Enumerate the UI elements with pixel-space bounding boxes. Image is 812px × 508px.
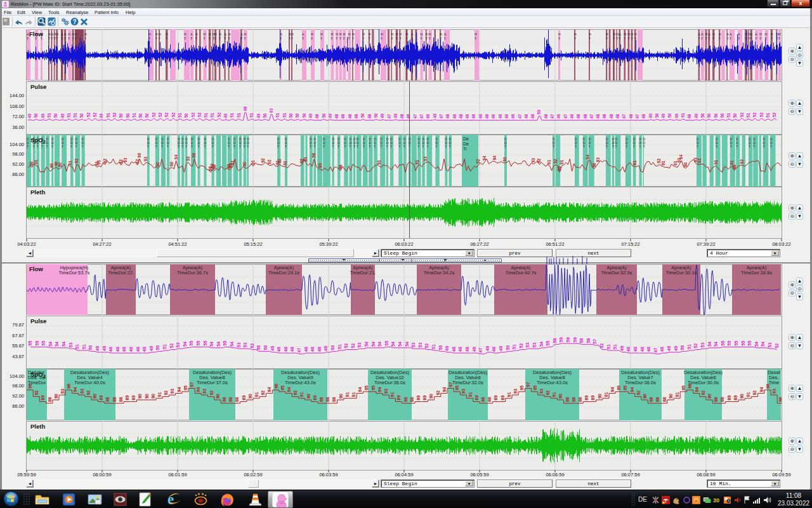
svg-text:48: 48 [284,347,288,352]
svg-text:63: 63 [269,108,273,113]
svg-text:T: T [214,37,216,41]
svg-text:T: T [362,37,364,41]
svg-text:H: H [624,32,627,36]
svg-text:49: 49 [328,113,332,118]
svg-text:93: 93 [502,156,507,161]
svg-text:90: 90 [558,393,563,398]
svg-text:47: 47 [419,114,424,119]
svg-text:88: 88 [403,397,408,402]
svg-text:91: 91 [552,392,556,397]
svg-text:A: A [750,32,753,36]
svg-text:A: A [411,32,414,36]
svg-text:47: 47 [387,114,391,119]
svg-text:68: 68 [243,106,247,111]
svg-text:48: 48 [445,114,450,119]
svg-text:53: 53 [176,342,180,347]
svg-text:50: 50 [707,112,711,117]
svg-text:89: 89 [591,395,595,400]
svg-text:T: T [628,37,630,41]
svg-text:91: 91 [547,159,551,164]
svg-text:51: 51 [681,112,685,117]
svg-text:T: T [730,37,731,41]
svg-text:49: 49 [485,345,490,351]
svg-text:46: 46 [465,114,469,119]
svg-text:92: 92 [209,390,214,395]
svg-text:48: 48 [626,347,631,352]
svg-text:49: 49 [95,345,100,351]
svg-text:94: 94 [177,387,181,392]
svg-text:53: 53 [768,342,772,347]
svg-text:91: 91 [157,392,162,397]
svg-text:93: 93 [423,156,428,161]
svg-text:H: H [429,32,431,36]
svg-text:T: T [56,37,58,41]
svg-text:T: T [726,37,728,41]
svg-text:88: 88 [778,397,782,402]
svg-text:51: 51 [431,344,436,349]
svg-text:48: 48 [136,347,140,352]
svg-text:T: T [396,37,398,41]
svg-text:T: T [311,37,313,41]
svg-text:50: 50 [331,345,335,350]
svg-text:T: T [84,37,86,41]
svg-text:T: T [331,37,333,41]
svg-text:H: H [606,32,608,36]
svg-text:H: H [244,32,246,36]
svg-text:H: H [291,32,294,36]
svg-text:89: 89 [584,395,589,400]
svg-text:48: 48 [609,114,613,119]
svg-text:52: 52 [93,112,97,117]
svg-text:48: 48 [641,114,646,119]
svg-text:47: 47 [622,114,626,119]
svg-text:88: 88 [410,397,414,402]
svg-text:H: H [421,32,423,36]
svg-text:49: 49 [27,113,32,118]
svg-text:55: 55 [28,340,32,345]
svg-text:H: H [634,32,637,36]
svg-text:T: T [48,37,50,41]
svg-text:93: 93 [539,389,544,394]
svg-text:48: 48 [646,347,651,352]
svg-text:94: 94 [358,387,362,392]
svg-text:53: 53 [418,342,422,347]
svg-text:50: 50 [88,345,93,350]
svg-text:H: H [72,32,75,36]
svg-text:89: 89 [422,395,427,400]
svg-text:T: T [697,145,698,149]
svg-text:93: 93 [123,157,128,163]
svg-text:50: 50 [263,112,267,117]
svg-text:H: H [352,32,355,36]
svg-text:49: 49 [433,113,437,118]
svg-text:92: 92 [261,157,265,163]
svg-text:T: T [606,145,608,149]
svg-text:88: 88 [222,397,226,402]
svg-text:90: 90 [669,393,673,398]
svg-text:47: 47 [297,347,301,352]
svg-text:T: T [191,145,193,149]
svg-text:51: 51 [75,344,79,349]
svg-text:46: 46 [498,114,502,119]
svg-text:48: 48 [277,347,281,352]
svg-text:89: 89 [313,395,317,400]
svg-text:55: 55 [35,340,39,345]
svg-text:T: T [203,37,205,41]
svg-text:89: 89 [41,395,45,400]
svg-text:T: T [314,145,316,149]
svg-text:51: 51 [162,344,167,349]
svg-text:T: T [745,37,747,41]
svg-text:54: 54 [707,341,712,346]
svg-text:93: 93 [60,389,65,394]
svg-text:94: 94 [196,387,200,392]
svg-text:51: 51 [204,112,208,117]
svg-text:53: 53 [411,342,416,347]
svg-text:52: 52 [772,112,776,117]
svg-text:95: 95 [533,385,537,390]
svg-text:54: 54 [405,341,409,346]
svg-text:89: 89 [125,395,129,400]
svg-text:T: T [212,145,214,149]
svg-text:De: De [463,142,469,146]
svg-text:T: T [553,145,554,149]
svg-text:92: 92 [103,158,107,163]
svg-text:49: 49 [99,113,103,118]
svg-text:De: De [463,137,469,141]
